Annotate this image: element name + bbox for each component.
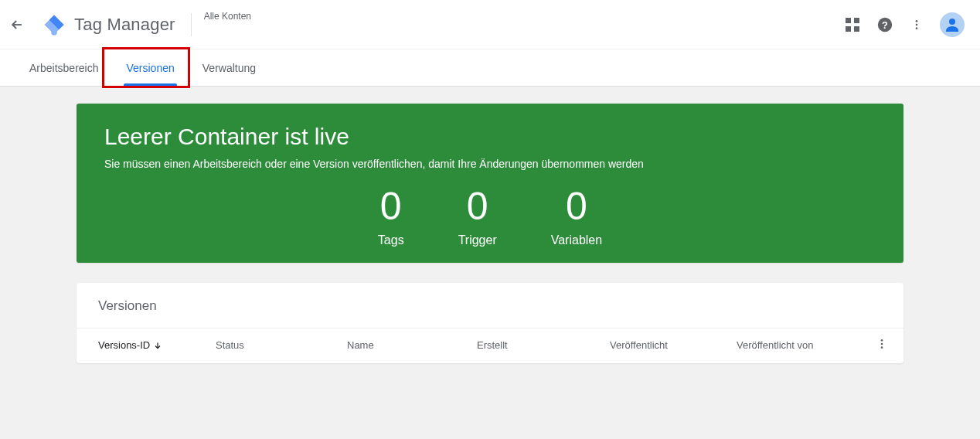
table-row-menu[interactable]: [876, 338, 888, 352]
stat-variables-value: 0: [551, 187, 602, 226]
svg-point-12: [881, 343, 883, 345]
tab-versions[interactable]: Versionen: [113, 49, 189, 86]
stat-tags-value: 0: [378, 187, 404, 226]
account-avatar[interactable]: [940, 12, 965, 37]
col-created[interactable]: Erstellt: [477, 339, 610, 351]
apps-icon: [846, 18, 859, 32]
header: Tag Manager Alle Konten ?: [0, 0, 980, 49]
stat-triggers: 0 Trigger: [458, 187, 497, 247]
col-id-label: Versions-ID: [98, 339, 150, 351]
svg-point-0: [51, 29, 57, 36]
col-published-by[interactable]: Veröffentlicht von: [737, 339, 857, 351]
col-name[interactable]: Name: [347, 339, 477, 351]
svg-point-7: [916, 20, 918, 22]
tab-workspace[interactable]: Arbeitsbereich: [15, 49, 113, 86]
tag-manager-logo-icon: [42, 12, 66, 37]
svg-rect-4: [854, 26, 859, 32]
breadcrumb-all-accounts[interactable]: Alle Konten: [204, 11, 251, 22]
col-status[interactable]: Status: [216, 339, 347, 351]
tab-admin[interactable]: Verwaltung: [189, 49, 270, 86]
back-button[interactable]: [6, 14, 28, 36]
content: Leerer Container ist live Sie müssen ein…: [0, 87, 980, 380]
more-button[interactable]: [910, 19, 923, 31]
hero-title: Leerer Container ist live: [104, 124, 876, 150]
svg-point-10: [949, 19, 955, 25]
hero-subtitle: Sie müssen einen Arbeitsbereich oder ein…: [104, 158, 876, 170]
tabs: Arbeitsbereich Versionen Verwaltung: [0, 49, 980, 87]
help-icon: ?: [876, 16, 893, 33]
stat-triggers-label: Trigger: [458, 233, 497, 247]
apps-button[interactable]: [846, 18, 859, 32]
hero-stats: 0 Tags 0 Trigger 0 Variablen: [104, 187, 876, 247]
svg-rect-3: [846, 26, 851, 32]
stat-tags-label: Tags: [378, 233, 404, 247]
stat-tags: 0 Tags: [378, 187, 404, 247]
product-name: Tag Manager: [74, 15, 175, 35]
versions-table-header: Versions-ID Status Name Erstellt Veröffe…: [77, 328, 903, 363]
arrow-left-icon: [9, 17, 25, 32]
stat-variables: 0 Variablen: [551, 187, 602, 247]
versions-table-title: Versionen: [77, 298, 903, 328]
stat-triggers-value: 0: [458, 187, 497, 226]
more-vert-icon: [876, 338, 888, 350]
arrow-down-icon: [153, 341, 162, 350]
help-button[interactable]: ?: [876, 16, 893, 33]
svg-point-11: [881, 339, 883, 342]
svg-rect-1: [846, 18, 851, 23]
svg-point-9: [916, 27, 918, 29]
svg-text:?: ?: [882, 19, 888, 30]
person-icon: [943, 15, 961, 34]
hero-card: Leerer Container ist live Sie müssen ein…: [77, 104, 903, 263]
versions-table-card: Versionen Versions-ID Status Name Erstel…: [77, 283, 903, 363]
svg-point-13: [881, 346, 883, 349]
col-id[interactable]: Versions-ID: [98, 339, 216, 351]
col-published[interactable]: Veröffentlicht: [610, 339, 737, 351]
header-actions: ?: [846, 12, 965, 37]
stat-variables-label: Variablen: [551, 233, 602, 247]
divider: [191, 13, 192, 36]
svg-rect-2: [854, 18, 859, 23]
logo-box: Tag Manager: [42, 12, 175, 37]
svg-point-8: [916, 23, 918, 26]
more-vert-icon: [910, 19, 923, 31]
